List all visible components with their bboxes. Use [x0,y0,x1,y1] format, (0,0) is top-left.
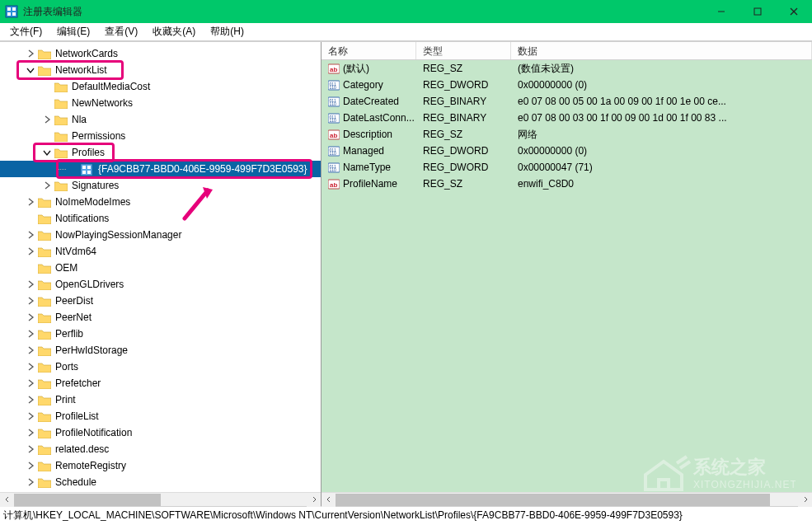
column-header-name[interactable]: 名称 [322,42,416,59]
folder-icon [38,197,51,208]
string-value-icon [328,63,340,74]
tree-item[interactable]: DefaultMediaCost [0,78,321,95]
scroll-left-button[interactable] [0,493,14,507]
chevron-right-icon[interactable] [41,180,53,191]
chevron-right-icon[interactable] [25,328,36,340]
list-row[interactable]: ProfileNameREG_SZenwifi_C8D0 [322,176,812,192]
folder-icon [38,362,51,373]
folder-icon [38,345,51,356]
folder-icon [38,395,51,405]
tree-item-label: NowPlayingSessionManager [55,229,181,241]
tree-item[interactable]: Profiles [0,144,321,161]
chevron-right-icon[interactable] [25,361,36,373]
cell-data: enwifi_C8D0 [511,178,812,190]
tree-item-label: PeerDist [55,295,93,307]
svg-rect-1 [7,7,11,11]
svg-rect-3 [7,12,11,16]
chevron-right-icon[interactable] [25,279,36,290]
chevron-right-icon[interactable] [25,345,36,356]
tree-item[interactable]: NtVdm64 [0,243,321,260]
string-value-icon [328,178,340,190]
tree-item[interactable]: Notifications [0,210,321,227]
cell-data: e0 07 08 00 03 00 1f 00 09 00 1d 00 1f 0… [511,112,812,124]
tree-item[interactable]: Print [0,391,321,408]
folder-icon [38,246,51,257]
tree-item[interactable]: PeerDist [0,293,321,309]
menu-favorites[interactable]: 收藏夹(A) [146,23,202,40]
tree-item[interactable]: {FA9CBB77-BBD0-406E-9959-499F7D3E0593} [0,161,321,177]
scroll-track[interactable] [336,493,798,506]
column-header-data[interactable]: 数据 [511,42,812,59]
scroll-track[interactable] [14,493,307,506]
expander-placeholder [25,213,36,224]
close-button[interactable] [776,0,812,23]
scroll-right-button[interactable] [798,493,812,507]
tree-item[interactable]: Perflib [0,326,321,342]
tree-item[interactable]: SecEdit [0,490,321,492]
menu-view[interactable]: 查看(V) [98,23,144,40]
registry-tree[interactable]: NetworkCardsNetworkListDefaultMediaCostN… [0,42,321,492]
tree-item[interactable]: NetworkCards [0,45,321,62]
scroll-thumb[interactable] [336,494,770,506]
folder-icon [38,65,51,76]
chevron-right-icon[interactable] [25,196,36,208]
chevron-right-icon[interactable] [25,48,36,59]
chevron-right-icon[interactable] [25,460,36,471]
tree-item[interactable]: Signatures [0,177,321,194]
tree-item[interactable]: OpenGLDrivers [0,276,321,293]
list-horizontal-scrollbar[interactable] [322,492,812,506]
tree-item[interactable]: PeerNet [0,309,321,326]
tree-item[interactable]: Permissions [0,128,321,144]
tree-item[interactable]: related.desc [0,441,321,457]
chevron-right-icon[interactable] [25,443,36,455]
chevron-right-icon[interactable] [25,377,36,389]
folder-icon [54,115,68,125]
binary-value-icon [328,162,340,173]
menu-edit[interactable]: 编辑(E) [50,23,96,40]
chevron-right-icon[interactable] [25,312,36,323]
chevron-right-icon[interactable] [25,427,36,438]
list-row[interactable]: DateLastConn...REG_BINARYe0 07 08 00 03 … [322,110,812,126]
list-row[interactable]: CategoryREG_DWORD0x00000000 (0) [322,77,812,93]
menu-help[interactable]: 帮助(H) [204,23,251,40]
tree-item[interactable]: NowPlayingSessionManager [0,227,321,243]
svg-rect-4 [12,12,16,16]
tree-item[interactable]: RemoteRegistry [0,457,321,474]
tree-item[interactable]: Nla [0,111,321,128]
tree-item[interactable]: Schedule [0,474,321,490]
list-row[interactable]: (默认)REG_SZ(数值未设置) [322,60,812,77]
chevron-down-icon[interactable] [25,64,36,76]
tree-item[interactable]: NetworkList [0,62,321,78]
scroll-left-button[interactable] [322,493,336,507]
tree-item[interactable]: ProfileList [0,408,321,424]
list-row[interactable]: ManagedREG_DWORD0x00000000 (0) [322,143,812,159]
chevron-right-icon[interactable] [25,295,36,307]
tree-item[interactable]: PerHwIdStorage [0,342,321,359]
menu-file[interactable]: 文件(F) [3,23,49,40]
tree-item[interactable]: NewNetworks [0,95,321,111]
tree-horizontal-scrollbar[interactable] [0,492,321,506]
chevron-right-icon[interactable] [25,410,36,422]
list-row[interactable]: DescriptionREG_SZ网络 [322,126,812,143]
chevron-right-icon[interactable] [41,114,53,125]
values-list[interactable]: (默认)REG_SZ(数值未设置)CategoryREG_DWORD0x0000… [322,60,812,492]
cell-name: DateCreated [322,96,416,107]
chevron-down-icon[interactable] [41,147,53,158]
column-header-type[interactable]: 类型 [416,42,511,59]
chevron-right-icon[interactable] [25,229,36,241]
chevron-right-icon[interactable] [25,476,36,488]
chevron-right-icon[interactable] [25,246,36,257]
tree-item[interactable]: OEM [0,260,321,276]
tree-item[interactable]: Prefetcher [0,375,321,391]
tree-item[interactable]: Ports [0,359,321,375]
scroll-right-button[interactable] [307,493,321,507]
list-row[interactable]: NameTypeREG_DWORD0x00000047 (71) [322,159,812,176]
tree-item[interactable]: ProfileNotification [0,424,321,441]
chevron-right-icon[interactable] [25,394,36,405]
minimize-button[interactable] [703,0,739,23]
scroll-thumb[interactable] [14,494,161,506]
list-row[interactable]: DateCreatedREG_BINARYe0 07 08 00 05 00 1… [322,93,812,110]
folder-icon [38,329,51,340]
tree-item[interactable]: NoImeModeImes [0,194,321,210]
maximize-button[interactable] [739,0,776,23]
